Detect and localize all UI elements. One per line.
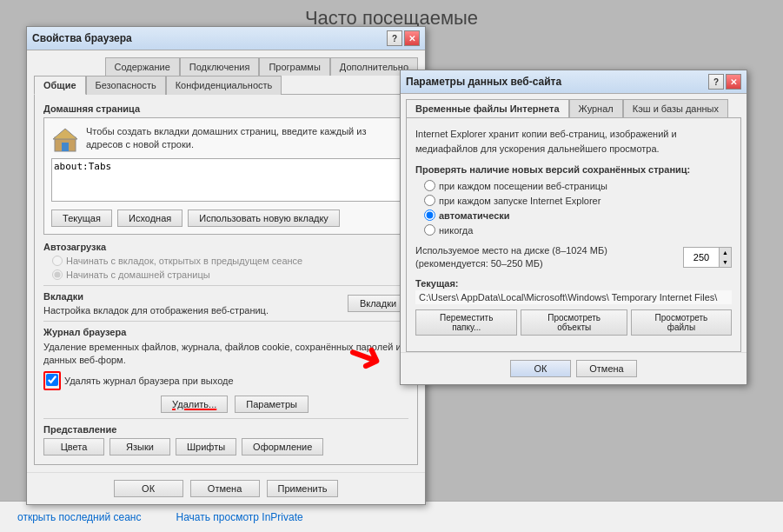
inprivate-link[interactable]: Начать просмотр InPrivate [176, 511, 302, 523]
journal-description: Удаление временных файлов, журнала, файл… [43, 341, 408, 368]
view-objects-btn[interactable]: Просмотреть объекты [521, 309, 627, 336]
disk-label: Используемое место на диске (8–1024 МБ) … [415, 244, 676, 271]
main-dialog-title: Свойства браузера [32, 32, 132, 44]
home-section-label: Домашняя страница [43, 103, 408, 114]
main-dialog-footer: ОК Отмена Применить [27, 472, 425, 504]
radio-opt-2[interactable]: при каждом запуске Internet Explorer [424, 195, 732, 206]
web-tab-journal[interactable]: Журнал [569, 99, 623, 117]
disk-section: Используемое место на диске (8–1024 МБ) … [415, 244, 732, 271]
svg-marker-1 [53, 129, 77, 139]
bg-title: Часто посещаемые [0, 0, 783, 30]
tab-content[interactable]: Содержание [105, 57, 180, 76]
main-tab-content: Домашняя страница Чтобы со [34, 94, 418, 465]
home-description: Чтобы создать вкладки домашних страниц, … [86, 125, 401, 152]
web-tab-bar: Временные файлы Интернета Журнал Кэш и б… [401, 94, 747, 117]
web-description: Internet Explorer хранит копии веб-стран… [415, 127, 732, 156]
design-btn[interactable]: Оформление [242, 438, 323, 456]
radio-opt-1[interactable]: при каждом посещении веб-страницы [424, 180, 732, 191]
web-dialog-close-btn[interactable]: ✕ [726, 74, 741, 90]
lower-tab-bar: Общие Безопасность Конфиденциальность [34, 76, 418, 95]
journal-checkbox[interactable] [46, 374, 58, 386]
tabs-description: Настройка вкладок для отображения веб-ст… [43, 305, 269, 316]
tabs-section: Вкладки Настройка вкладок для отображени… [43, 291, 408, 316]
bottom-bar: открыть последний сеанс Начать просмотр … [0, 501, 783, 532]
web-cancel-btn[interactable]: Отмена [576, 360, 637, 377]
svg-rect-2 [62, 143, 69, 151]
autoload-radio1[interactable]: Начинать с вкладок, открытых в предыдуще… [52, 256, 408, 266]
main-cancel-btn[interactable]: Отмена [190, 480, 260, 497]
home-source-btn[interactable]: Исходная [117, 209, 182, 227]
main-dialog: Свойства браузера ? ✕ Содержание Подключ… [26, 26, 426, 505]
main-apply-btn[interactable]: Применить [267, 480, 339, 497]
autoload-section: Автозагрузка Начинать с вкладок, открыты… [43, 242, 408, 280]
rep-label: Представление [43, 424, 408, 435]
tabs-section-label: Вкладки [43, 291, 269, 302]
fonts-btn[interactable]: Шрифты [176, 438, 236, 456]
autoload-label: Автозагрузка [43, 242, 408, 252]
web-dialog-footer: ОК Отмена [401, 352, 747, 384]
home-textarea[interactable]: about:Tabs [51, 158, 401, 202]
home-newtab-btn[interactable]: Использовать новую вкладку [188, 209, 340, 227]
disk-up-btn[interactable]: ▲ [719, 248, 731, 257]
web-dialog-title: Параметры данных веб-сайта [406, 76, 561, 88]
radio-options: при каждом посещении веб-страницы при ка… [415, 180, 732, 236]
last-session-link[interactable]: открыть последний сеанс [17, 511, 141, 523]
check-new-label: Проверять наличие новых версий сохранённ… [415, 164, 732, 175]
journal-label: Журнал браузера [43, 327, 408, 337]
home-current-btn[interactable]: Текущая [51, 209, 112, 227]
tab-general[interactable]: Общие [34, 76, 86, 95]
delete-btn[interactable]: Удалить... [161, 396, 228, 413]
main-dialog-help-btn[interactable]: ? [387, 30, 402, 46]
autoload-radio2[interactable]: Начинать с домашней страницы [52, 269, 408, 280]
colors-btn[interactable]: Цвета [43, 438, 104, 456]
disk-down-btn[interactable]: ▼ [719, 257, 731, 267]
radio-opt-4[interactable]: никогда [424, 224, 732, 236]
web-tab-cache[interactable]: Кэш и базы данных [623, 99, 728, 117]
params-btn[interactable]: Параметры [235, 396, 309, 413]
main-dialog-titlebar: Свойства браузера ? ✕ [27, 27, 425, 50]
home-icon [51, 125, 79, 153]
web-content: Internet Explorer хранит копии веб-стран… [406, 117, 741, 352]
languages-btn[interactable]: Языки [109, 438, 170, 456]
web-dialog-help-btn[interactable]: ? [708, 74, 724, 90]
tab-privacy[interactable]: Конфиденциальность [166, 76, 282, 95]
current-section: Текущая: C:\Users\ AppData\Local\Microso… [415, 278, 732, 336]
upper-tab-bar: Содержание Подключения Программы Дополни… [34, 57, 418, 76]
main-dialog-close-btn[interactable]: ✕ [404, 30, 420, 46]
web-ok-btn[interactable]: ОК [510, 360, 571, 377]
radio-opt-3[interactable]: автоматически [424, 209, 732, 221]
disk-value-input[interactable] [684, 248, 719, 267]
current-path: C:\Users\ AppData\Local\Microsoft\Window… [415, 290, 732, 304]
current-label: Текущая: [415, 278, 732, 289]
background: Часто посещаемые открыть последний сеанс… [0, 0, 783, 532]
journal-checkbox-label: Удалять журнал браузера при выходе [64, 376, 234, 386]
web-dialog-titlebar: Параметры данных веб-сайта ? ✕ [401, 70, 747, 94]
home-section: Домашняя страница Чтобы со [43, 103, 408, 235]
tab-connections[interactable]: Подключения [180, 57, 260, 76]
web-dialog: Параметры данных веб-сайта ? ✕ Временные… [400, 70, 747, 385]
representation-section: Представление Цвета Языки Шрифты Оформле… [43, 424, 408, 456]
main-ok-btn[interactable]: ОК [114, 480, 183, 497]
tab-security[interactable]: Безопасность [86, 76, 166, 95]
journal-section: Журнал браузера Удаление временных файло… [43, 327, 408, 413]
web-tab-temp[interactable]: Временные файлы Интернета [406, 99, 569, 117]
tab-programs[interactable]: Программы [259, 57, 329, 76]
view-files-btn[interactable]: Просмотреть файлы [631, 309, 732, 336]
move-folder-btn[interactable]: Переместить папку... [415, 309, 517, 336]
